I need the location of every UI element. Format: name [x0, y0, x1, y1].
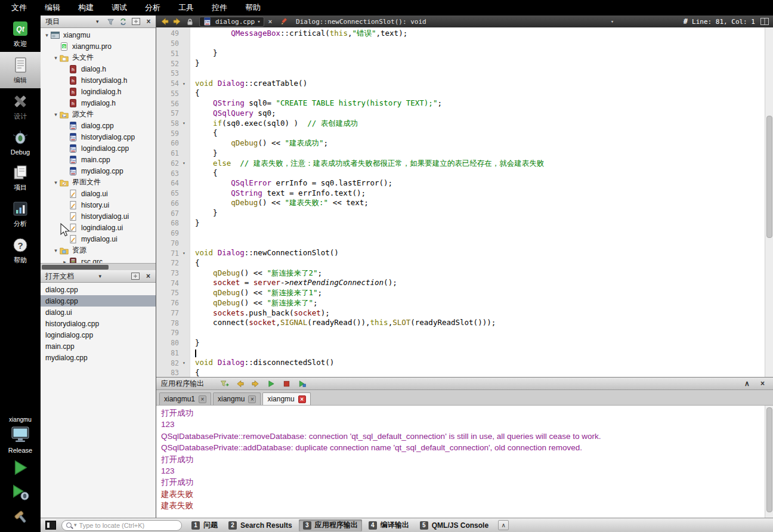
code-line[interactable]: qDebug() << "新连接来了";: [195, 298, 773, 308]
open-document-item[interactable]: logindialog.cpp: [41, 329, 156, 341]
symbol-selector[interactable]: Dialog::newConnectionSlot(): void ▾: [280, 17, 614, 27]
fold-marker-icon[interactable]: ▾: [179, 360, 189, 366]
editor-scrollbar[interactable]: [765, 27, 773, 377]
tree-item[interactable]: ▾界面文件: [41, 177, 156, 188]
chevron-down-icon[interactable]: ▾: [43, 32, 51, 38]
close-tab-icon[interactable]: ×: [298, 395, 306, 403]
pane-button-4[interactable]: 4编译输出: [364, 519, 413, 531]
menu-item-8[interactable]: 帮助: [236, 0, 270, 16]
close-pane-icon[interactable]: ×: [757, 378, 768, 389]
code-line[interactable]: }: [195, 48, 773, 58]
code-line[interactable]: }: [195, 149, 773, 159]
tree-item[interactable]: hmydialog.h: [41, 97, 156, 109]
code-line[interactable]: void Dialog::disconnectedSlot(): [195, 358, 773, 368]
chevron-down-icon[interactable]: ▾: [52, 248, 60, 253]
split-editor-icon[interactable]: [759, 17, 770, 26]
code-line[interactable]: [195, 39, 773, 49]
toggle-sidebar-icon[interactable]: [45, 521, 56, 530]
code-line[interactable]: [195, 228, 773, 239]
close-panel-icon[interactable]: ×: [143, 271, 154, 282]
tree-item[interactable]: ▾C++源文件: [41, 109, 156, 120]
code-line[interactable]: {: [195, 128, 773, 138]
fold-marker-icon[interactable]: ▾: [179, 160, 189, 166]
filter-output-icon[interactable]: [219, 378, 230, 389]
output-tab[interactable]: xiangmu×: [262, 392, 310, 405]
expand-output-icon[interactable]: ∧: [498, 520, 509, 530]
code-line[interactable]: }: [195, 58, 773, 69]
chevron-down-icon[interactable]: ▾: [52, 55, 60, 61]
code-line[interactable]: QSqlQuery sq0;: [195, 109, 773, 119]
open-document-item[interactable]: dialog.cpp: [41, 284, 156, 295]
pane-button-5[interactable]: 5QML/JS Console: [416, 519, 493, 531]
scrollbar-thumb[interactable]: [766, 116, 772, 238]
stop-icon[interactable]: [281, 378, 292, 389]
code-line[interactable]: QSqlError errInfo = sq0.lastError();: [195, 178, 773, 188]
code-line[interactable]: {: [195, 368, 773, 377]
tree-item[interactable]: C++main.cpp: [41, 154, 156, 165]
close-panel-icon[interactable]: ×: [143, 17, 154, 27]
forward-icon[interactable]: [250, 378, 261, 389]
split-panel-icon[interactable]: [129, 271, 141, 282]
open-document-item[interactable]: mydialog.cpp: [41, 352, 156, 363]
code-line[interactable]: connect(socket,SIGNAL(readyRead()),this,…: [195, 318, 773, 328]
chevron-right-icon[interactable]: ▸: [61, 259, 69, 264]
kit-selector-button[interactable]: [10, 426, 31, 444]
code-line[interactable]: qDebug() << "新连接来了2";: [195, 268, 773, 279]
tree-item[interactable]: history.ui: [41, 199, 156, 211]
tree-item[interactable]: Qtxiangmu.pro: [41, 41, 156, 52]
output-tab[interactable]: xiangmu×: [213, 392, 261, 405]
run-button[interactable]: [8, 457, 32, 478]
code-editor[interactable]: 495051525354▾55565758▾59606162▾636465666…: [156, 27, 773, 377]
tree-item[interactable]: C++logindialog.cpp: [41, 143, 156, 154]
code-line[interactable]: [195, 328, 773, 338]
menu-item-1[interactable]: 文件: [2, 0, 36, 16]
tree-item[interactable]: ▾xiangmu: [41, 29, 156, 41]
close-document-icon[interactable]: ×: [266, 18, 274, 25]
menu-item-4[interactable]: 调试: [103, 0, 136, 16]
code-line[interactable]: socket = server->nextPendingConnection()…: [195, 278, 773, 288]
locator-search[interactable]: ▾: [61, 520, 182, 531]
pane-button-1[interactable]: 1问题: [187, 519, 222, 531]
close-tab-icon[interactable]: ×: [248, 395, 256, 403]
tree-item[interactable]: mydialog.ui: [41, 233, 156, 245]
horizontal-scrollbar[interactable]: [41, 263, 156, 270]
chevron-down-icon[interactable]: ▾: [52, 112, 60, 117]
tree-item[interactable]: hdialog.h: [41, 63, 156, 75]
code-line[interactable]: sockets.push_back(socket);: [195, 308, 773, 318]
code-line[interactable]: }: [195, 208, 773, 218]
menu-item-3[interactable]: 构建: [69, 0, 103, 16]
open-documents-selector[interactable]: 打开文档 ▾: [42, 271, 104, 282]
run-output-icon[interactable]: [265, 378, 277, 389]
tree-item[interactable]: historydialog.ui: [41, 211, 156, 222]
code-line[interactable]: {: [195, 88, 773, 98]
code-line[interactable]: void Dialog::creatTable(): [195, 79, 773, 89]
mode-button-projects[interactable]: 项目: [0, 159, 41, 196]
hash-icon[interactable]: #: [684, 17, 688, 26]
tree-item[interactable]: C++historydialog.cpp: [41, 131, 156, 143]
fold-marker-icon[interactable]: ▾: [179, 81, 189, 86]
open-document-item[interactable]: dialog.ui: [41, 307, 156, 318]
chevron-down-icon[interactable]: ▾: [52, 180, 60, 185]
mode-button-edit[interactable]: 编辑: [0, 52, 41, 88]
open-document-item[interactable]: main.cpp: [41, 341, 156, 352]
run-qml-icon[interactable]: [296, 378, 308, 389]
code-line[interactable]: if(sq0.exec(sql0) ) // 表创建成功: [195, 119, 773, 129]
mode-button-help[interactable]: ?帮助: [0, 232, 41, 268]
fold-marker-icon[interactable]: ▾: [179, 120, 189, 126]
tree-item[interactable]: logindialog.ui: [41, 222, 156, 233]
locator-input[interactable]: [79, 522, 177, 529]
code-line[interactable]: else // 建表失败，注意：建表成功或者失败都很正常，如果要建立的表已经存在…: [195, 159, 773, 169]
debug-run-button[interactable]: [8, 481, 32, 503]
scrollbar-thumb[interactable]: [766, 407, 772, 512]
forward-icon[interactable]: [172, 17, 183, 26]
output-scrollbar[interactable]: [765, 406, 773, 518]
menu-item-7[interactable]: 控件: [203, 0, 236, 16]
fold-marker-icon[interactable]: ▾: [179, 250, 189, 256]
code-line[interactable]: }: [195, 218, 773, 228]
tree-item[interactable]: hlogindialog.h: [41, 86, 156, 97]
close-tab-icon[interactable]: ×: [199, 395, 206, 403]
menu-item-2[interactable]: 编辑: [36, 0, 69, 16]
code-line[interactable]: QMessageBox::critical(this,"错误",text);: [195, 29, 773, 39]
split-panel-icon[interactable]: [131, 17, 141, 27]
code-line[interactable]: QString sql0= "CREATE TABLE histry(histo…: [195, 98, 773, 109]
